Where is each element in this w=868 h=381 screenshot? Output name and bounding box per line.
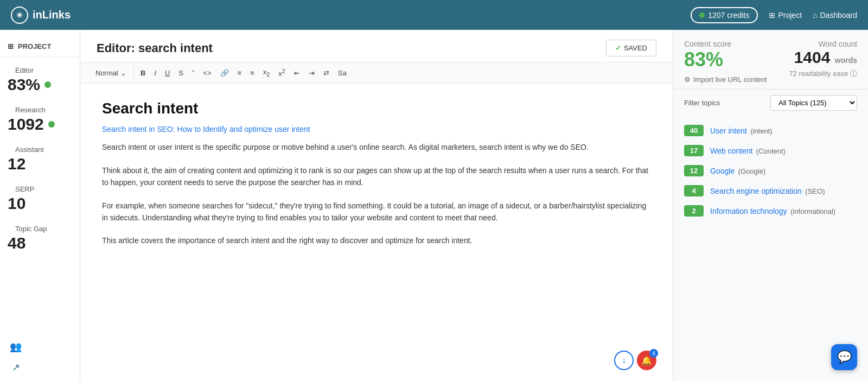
topic-row[interactable]: 4 Search engine optimization (SEO) xyxy=(673,181,868,201)
help-icon[interactable]: ⓘ xyxy=(850,69,857,78)
bold-button[interactable]: B xyxy=(137,67,149,79)
article-para-1: Search intent or user intent is the spec… xyxy=(102,141,651,153)
topic-row[interactable]: 40 User intent (intent) xyxy=(673,120,868,141)
indent-left-icon: ⇤ xyxy=(294,69,300,77)
topic-row[interactable]: 17 Web content (Content) xyxy=(673,141,868,161)
project-label: PROJECT xyxy=(18,42,51,50)
quote-button[interactable]: ” xyxy=(188,67,198,79)
grid-icon: ⊞ xyxy=(8,42,14,50)
editor-floating-buttons: ↓ 🔔 4 xyxy=(614,351,656,370)
code-button[interactable]: <> xyxy=(199,67,215,79)
assistant-value: 12 xyxy=(8,155,72,173)
editor-score: 83% xyxy=(8,75,72,94)
word-count-unit: words xyxy=(835,56,857,65)
filter-select[interactable]: All Topics (125) xyxy=(770,95,857,111)
sidebar-serp-section[interactable]: SERP 10 xyxy=(0,176,80,216)
dashboard-link[interactable]: ⌂ Dashboard xyxy=(813,11,857,20)
word-count-section: Word count 1404 words 72 readability eas… xyxy=(789,40,857,84)
link-button[interactable]: 🔗 xyxy=(216,67,233,79)
credits-button[interactable]: 1207 credits xyxy=(691,7,758,23)
credits-dot xyxy=(699,12,705,18)
right-panel-top: Content score 83% ⚙ Import live URL cont… xyxy=(673,30,868,89)
italic-button[interactable]: I xyxy=(150,67,160,79)
editor-dot xyxy=(44,81,51,88)
suggest-button[interactable]: ↓ xyxy=(614,351,634,370)
underline-button[interactable]: U xyxy=(161,67,174,79)
home-icon: ⌂ xyxy=(813,11,817,20)
sidebar-assistant-section[interactable]: Assistant 12 xyxy=(0,137,80,176)
indent-right-button[interactable]: ⇥ xyxy=(305,67,318,79)
sidebar-editor-section[interactable]: Editor 83% xyxy=(0,58,80,97)
direction-icon: ⇄ xyxy=(323,69,329,77)
project-link[interactable]: ⊞ Project xyxy=(769,11,802,20)
filter-label: Filter topics xyxy=(684,99,720,107)
chevron-down-icon: ⌄ xyxy=(120,69,126,77)
style-select[interactable]: Normal ⌄ xyxy=(91,67,131,79)
topics-list: 40 User intent (intent) 17 Web content (… xyxy=(673,116,868,381)
topic-name: Search engine optimization (SEO) xyxy=(710,186,825,196)
research-value: 1092 xyxy=(8,115,72,134)
article-para-4: This article covers the importance of se… xyxy=(102,234,651,246)
indent-left-button[interactable]: ⇤ xyxy=(290,67,304,79)
toolbar-separator xyxy=(133,67,134,78)
alert-badge: 4 xyxy=(649,349,658,358)
sidebar-research-section[interactable]: Research 1092 xyxy=(0,97,80,137)
topic-row[interactable]: 2 Information technology (informational) xyxy=(673,201,868,221)
topic-badge: 40 xyxy=(684,125,704,136)
research-dot xyxy=(48,121,55,128)
topic-row[interactable]: 12 Google (Google) xyxy=(673,161,868,181)
editor-toolbar: Normal ⌄ B I U S ” <> 🔗 ≡ ≡ x2 x2 ⇤ ⇥ ⇄ … xyxy=(80,62,673,84)
editor-label: Editor xyxy=(8,61,72,75)
saved-check-icon: ✓ xyxy=(615,44,621,52)
app-body: ⊞ PROJECT Editor 83% Research 1092 Assis… xyxy=(0,30,868,381)
filter-row: Filter topics All Topics (125) xyxy=(673,89,868,116)
main-editor: Editor: search intent ✓ SAVED Normal ⌄ B… xyxy=(80,30,673,381)
content-score-value: 83% xyxy=(684,48,767,71)
topic-name: Information technology (informational) xyxy=(710,206,835,216)
readability-label: 72 readability ease ⓘ xyxy=(789,69,857,79)
ol-icon: ≡ xyxy=(238,69,242,77)
topicgap-label: Topic Gap xyxy=(8,219,72,234)
word-count-value: 1404 words xyxy=(789,48,857,67)
editor-header: Editor: search intent ✓ SAVED xyxy=(80,30,673,62)
alert-icon: 🔔 xyxy=(641,355,652,366)
style-label: Normal xyxy=(95,69,118,77)
editor-title: Editor: search intent xyxy=(97,41,213,55)
sa-button[interactable]: Sa xyxy=(334,67,350,79)
indent-right-icon: ⇥ xyxy=(309,69,315,77)
superscript-button[interactable]: x2 xyxy=(275,66,289,80)
credits-label: 1207 credits xyxy=(708,11,749,20)
editor-body[interactable]: Search intent Search intent in SEO: How … xyxy=(80,84,673,381)
serp-value: 10 xyxy=(8,194,72,213)
saved-button[interactable]: ✓ SAVED xyxy=(606,40,656,56)
import-link[interactable]: ⚙ Import live URL content xyxy=(684,75,767,84)
sidebar: ⊞ PROJECT Editor 83% Research 1092 Assis… xyxy=(0,30,80,381)
ordered-list-button[interactable]: ≡ xyxy=(234,67,246,79)
topic-badge: 2 xyxy=(684,205,704,217)
topic-badge: 4 xyxy=(684,185,704,196)
alert-button[interactable]: 🔔 4 xyxy=(637,351,656,370)
chat-bubble[interactable]: 💬 xyxy=(831,344,857,370)
export-icon[interactable]: ↗ xyxy=(8,359,24,376)
topic-name: Google (Google) xyxy=(710,166,765,176)
subscript-button[interactable]: x2 xyxy=(259,66,274,80)
unordered-list-button[interactable]: ≡ xyxy=(246,67,258,79)
direction-button[interactable]: ⇄ xyxy=(320,67,333,79)
navbar: ✳ inLinks 1207 credits ⊞ Project ⌂ Dashb… xyxy=(0,0,868,30)
brand: ✳ inLinks xyxy=(11,7,71,24)
sidebar-topicgap-section[interactable]: Topic Gap 48 xyxy=(0,216,80,256)
users-icon[interactable]: 👥 xyxy=(8,339,24,355)
strikethrough-button[interactable]: S xyxy=(175,67,187,79)
serp-label: SERP xyxy=(8,180,72,194)
project-header: ⊞ PROJECT xyxy=(0,38,80,58)
brand-name: inLinks xyxy=(33,9,71,21)
content-score-label: Content score xyxy=(684,40,767,48)
research-label: Research xyxy=(8,100,72,115)
link-icon: 🔗 xyxy=(220,69,229,77)
content-score-section: Content score 83% ⚙ Import live URL cont… xyxy=(684,40,767,84)
assistant-label: Assistant xyxy=(8,140,72,155)
article-link[interactable]: Search intent in SEO: How to Identify an… xyxy=(102,125,651,134)
project-icon: ⊞ xyxy=(769,11,775,20)
word-count-label: Word count xyxy=(789,40,857,48)
navbar-right: 1207 credits ⊞ Project ⌂ Dashboard xyxy=(691,7,857,23)
